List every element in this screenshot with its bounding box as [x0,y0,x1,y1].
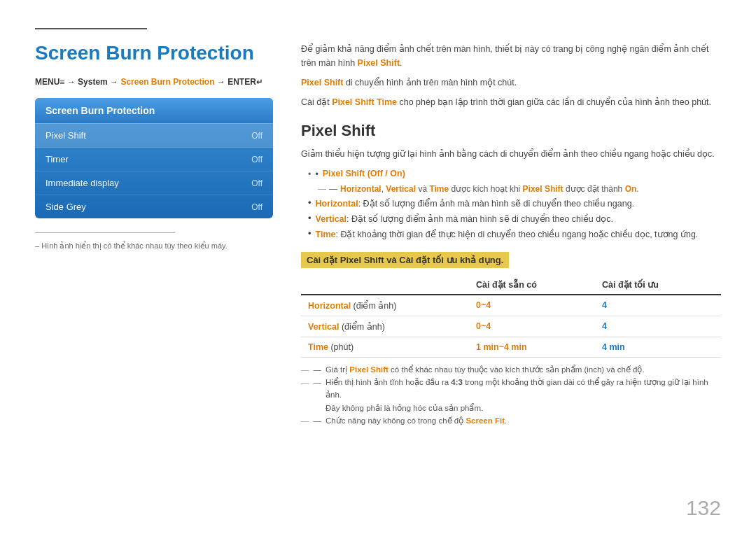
table-cell-vertical-label: Vertical (điểm ảnh) [301,316,469,337]
page-container: Screen Burn Protection MENU≡ → System → … [0,0,756,534]
table-row-horizontal: Horizontal (điểm ảnh) 0~4 4 [301,295,721,316]
menu-item-side-grey-value: Off [251,202,262,212]
breadcrumb-menu: MENU [35,77,59,87]
menu-item-timer-value: Off [251,155,262,164]
footnote-2-43: 4:3 [451,378,463,386]
table-footnote-2: — Hiển thị hình ảnh tĩnh hoặc đầu ra 4:3… [301,376,721,414]
bullet-dot-1: • [315,167,318,182]
bullet-text-4: Time: Đặt khoảng thời gian để thực hiện … [316,227,699,241]
breadcrumb-arrow3: → [217,77,227,87]
bullet-1-orange: Pixel Shift (Off / On) [323,169,405,178]
table-col-header-2: Cài đặt sẵn có [469,275,595,295]
bullet-3-orange: Vertical [316,214,346,224]
menu-item-pixel-shift[interactable]: Pixel Shift Off [35,124,273,148]
table-cell-time-col3: 4 min [595,337,721,357]
intro-line1: Để giảm khả năng điểm ảnh chết trên màn … [301,42,721,70]
breadcrumb: MENU≡ → System → Screen Burn Protection … [35,77,273,87]
bullet-text-2: Horizontal: Đặt số lượng điểm ảnh mà màn… [316,197,635,211]
sub-on: On [625,184,637,194]
bullet-item-4: • Time: Đặt khoảng thời gian để thực hiệ… [308,227,721,241]
pixel-shift-title: Pixel Shift [301,122,721,140]
table-horizontal-orange: Horizontal [308,301,351,311]
table-footnotes: — Giá trị Pixel Shift có thể khác nhau t… [301,363,721,428]
sub-time: Time [429,184,449,194]
table-cell-horizontal-col3: 4 [595,295,721,316]
bullet-4-orange: Time [316,230,336,239]
footnote-dash-2: — [314,376,322,414]
table-time-orange: Time [308,342,328,352]
main-content: Screen Burn Protection MENU≡ → System → … [35,42,721,513]
bullet-item-2: • Horizontal: Đặt số lượng điểm ảnh mà m… [308,197,721,211]
sub-pixel-shift: Pixel Shift [523,184,564,194]
right-panel: Để giảm khả năng điểm ảnh chết trên màn … [301,42,721,513]
table-cell-time-col2: 1 min~4 min [469,337,595,357]
page-number: 132 [686,496,721,520]
left-footnote: – Hình ảnh hiển thị có thể khác nhau tùy… [35,241,273,251]
table-col-header-3: Cài đặt tối ưu [595,275,721,295]
data-table: Cài đặt sẵn có Cài đặt tối ưu Horizontal… [301,275,721,358]
bullet-item-1: • Pixel Shift (Off / On) [308,167,721,182]
footnote-text-2: Hiển thị hình ảnh tĩnh hoặc đầu ra 4:3 t… [326,376,721,414]
intro-line2: Pixel Shift di chuyển hình ảnh trên màn … [301,76,721,90]
menu-box: Screen Burn Protection Pixel Shift Off T… [35,98,273,218]
breadcrumb-enter: ENTER [227,77,256,87]
highlight-box: Cài đặt Pixel Shift và Cài đặt tối ưu kh… [301,252,509,268]
table-row-time: Time (phút) 1 min~4 min 4 min [301,337,721,357]
sub-dash-1: — [329,182,337,196]
table-cell-horizontal-col2: 0~4 [469,295,595,316]
footnote-dash-3: — [314,414,322,427]
intro-line3: Cài đặt Pixel Shift Time cho phép bạn lậ… [301,95,721,109]
bullet-2-orange: Horizontal [316,199,358,209]
intro-pixel-shift-time: Pixel Shift Time [332,97,397,107]
left-panel: Screen Burn Protection MENU≡ → System → … [35,42,273,513]
footnote-text-1: Giá trị Pixel Shift có thể khác nhau tùy… [326,363,645,376]
menu-item-side-grey[interactable]: Side Grey Off [35,195,273,218]
sub-text-1: Horizontal, Vertical và Time được kích h… [340,182,639,196]
page-title: Screen Burn Protection [35,42,273,64]
bullet-dot-4: • [308,228,312,239]
menu-item-pixel-shift-value: Off [251,131,262,141]
menu-item-timer-label: Timer [46,154,69,164]
table-cell-horizontal-label: Horizontal (điểm ảnh) [301,295,469,316]
intro-pixel-shift-1: Pixel Shift [358,58,400,68]
bullet-dot-3: • [308,213,312,223]
pixel-shift-intro: Giảm thiểu hiện tượng giữ lại hình ảnh b… [301,147,721,161]
footnote-text-3: Chức năng này không có trong chế độ Scre… [326,414,507,427]
breadcrumb-arrow2: → [110,77,120,87]
bullet-item-3: • Vertical: Đặt số lượng điểm ảnh mà màn… [308,212,721,226]
bullet-text-3: Vertical: Đặt số lượng điểm ảnh mà màn h… [316,212,613,226]
top-line [35,28,147,29]
footnote-1-pixel-shift: Pixel Shift [349,365,388,374]
table-vertical-orange: Vertical [308,322,339,332]
menu-item-immediate-display-label: Immediate display [46,178,119,188]
footnote-dash-1: — [314,363,322,376]
sub-vertical: Vertical [386,184,416,194]
intro-pixel-shift-2: Pixel Shift [301,78,343,87]
bullet-dot-2: • [308,197,312,208]
table-col-header-1 [301,275,469,295]
bullet-list: • Pixel Shift (Off / On) — Horizontal, V… [308,167,721,241]
menu-item-pixel-shift-label: Pixel Shift [46,130,86,141]
bullet-text-1: Pixel Shift (Off / On) [323,167,405,181]
menu-item-immediate-display-value: Off [251,178,262,188]
table-cell-vertical-col2: 0~4 [469,316,595,337]
table-row-vertical: Vertical (điểm ảnh) 0~4 4 [301,316,721,337]
menu-item-side-grey-label: Side Grey [46,202,86,212]
menu-item-immediate-display[interactable]: Immediate display Off [35,171,273,195]
footnote-divider [35,232,175,233]
breadcrumb-highlight: Screen Burn Protection [120,77,214,87]
menu-item-timer[interactable]: Timer Off [35,148,273,171]
sub-bullet-1: — Horizontal, Vertical và Time được kích… [318,182,721,196]
breadcrumb-system: System [78,77,108,87]
sub-horizontal: Horizontal [340,184,382,194]
breadcrumb-enter-symbol: ↵ [256,78,262,86]
table-cell-time-label: Time (phút) [301,337,469,357]
menu-box-title: Screen Burn Protection [35,98,273,124]
breadcrumb-arrow1: → [67,77,78,87]
table-footnote-1: — Giá trị Pixel Shift có thể khác nhau t… [301,363,721,376]
table-cell-vertical-col3: 4 [595,316,721,337]
table-footnote-3: — Chức năng này không có trong chế độ Sc… [301,414,721,427]
breadcrumb-menu-symbol: ≡ [59,77,64,87]
footnote-3-screen-fit: Screen Fit [465,416,505,425]
